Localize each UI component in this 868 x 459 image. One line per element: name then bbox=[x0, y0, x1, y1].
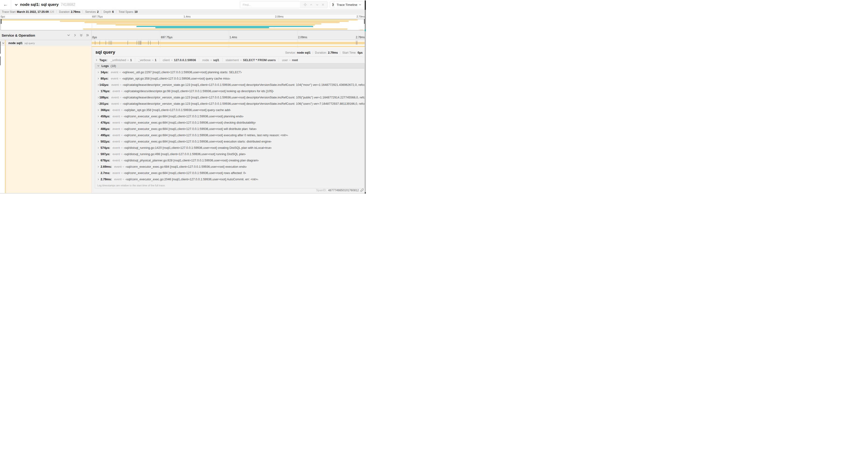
tag-value: sql1 bbox=[213, 58, 219, 62]
equals-sign: = bbox=[289, 58, 291, 62]
log-row[interactable]: 80μs:event=‹sql/plan_opt.go:358 [nsql1,c… bbox=[95, 75, 364, 81]
span-row-timeline-cell[interactable] bbox=[91, 40, 366, 46]
log-field-key: event bbox=[113, 114, 120, 118]
divider bbox=[159, 58, 160, 62]
logs-count: (18) bbox=[111, 64, 116, 68]
trace-collapse-toggle[interactable] bbox=[14, 3, 18, 6]
logs-header[interactable]: Logs (18) bbox=[95, 63, 364, 69]
chevron-right-icon bbox=[97, 166, 99, 168]
chevron-right-icon bbox=[97, 159, 99, 162]
log-row[interactable]: 476μs:event=‹sql/conn_executor_exec.go:6… bbox=[95, 120, 364, 126]
log-field-value: ‹sql/conn_executor_exec.go:684 [nsql1,cl… bbox=[124, 121, 256, 124]
range-scrubber-left-handle[interactable] bbox=[1, 19, 2, 24]
scroll-to-match-icon[interactable] bbox=[304, 3, 307, 6]
log-row[interactable]: 366μs:event=‹sql/plan_opt.go:358 [nsql1,… bbox=[95, 107, 364, 113]
divider bbox=[135, 58, 135, 62]
log-row[interactable]: 597μs:event=‹sql/distsql_running.go:498 … bbox=[95, 151, 364, 157]
deep-link-icon[interactable] bbox=[360, 189, 364, 192]
log-field-value: ‹sql/catalog/lease/descriptor_version_st… bbox=[123, 102, 366, 105]
timeline-tick-label: 2.79ms bbox=[356, 15, 365, 18]
log-row[interactable]: 495μs:event=‹sql/conn_executor_exec.go:6… bbox=[95, 132, 364, 138]
service-label: Service: bbox=[285, 51, 296, 54]
divider bbox=[279, 58, 279, 62]
collapse-all-icon[interactable] bbox=[80, 34, 83, 37]
chevron-right-icon bbox=[97, 84, 99, 86]
log-marker bbox=[357, 41, 357, 45]
chevron-right-icon bbox=[97, 166, 100, 168]
log-row[interactable]: 2.7ms:event=‹sql/conn_executor_exec.go:6… bbox=[95, 170, 364, 176]
range-scrubber-right-handle[interactable] bbox=[364, 19, 365, 24]
log-row[interactable]: 2.79ms:event=‹sql/conn_executor_exec.go:… bbox=[95, 176, 364, 183]
log-field-key: event bbox=[113, 152, 120, 156]
next-match-icon[interactable] bbox=[316, 3, 319, 6]
tag-value: 1 bbox=[155, 58, 156, 62]
equals-sign: = bbox=[119, 77, 121, 80]
view-selector-button[interactable]: Trace Timeline bbox=[334, 1, 364, 8]
log-row[interactable]: 189μs:event=‹sql/catalog/lease/descripto… bbox=[95, 94, 364, 101]
log-row[interactable]: 459μs:event=‹sql/conn_executor_exec.go:6… bbox=[95, 113, 364, 120]
chevron-right-icon bbox=[97, 140, 99, 143]
service-operation-title: Service & Operation bbox=[2, 33, 35, 37]
log-marker bbox=[365, 41, 366, 45]
minimap-span-bar bbox=[97, 23, 321, 25]
chevron-down-icon bbox=[14, 3, 18, 6]
tag-item: client=127.0.0.1:59936 bbox=[163, 58, 196, 62]
timeline-tick-label: 1.4ms bbox=[229, 36, 237, 39]
log-marker bbox=[141, 41, 141, 45]
prev-match-icon[interactable] bbox=[310, 3, 313, 6]
expand-all-icon[interactable] bbox=[86, 34, 89, 37]
summary-label: Total Spans bbox=[119, 10, 133, 13]
page-bottom-edge bbox=[0, 193, 366, 194]
chevron-down-icon[interactable] bbox=[2, 42, 5, 44]
minimap-span-bar bbox=[360, 30, 363, 30]
collapse-one-icon[interactable] bbox=[67, 34, 70, 37]
summary-label: Trace Start bbox=[2, 10, 16, 13]
chevron-right-icon bbox=[97, 115, 100, 118]
log-row[interactable]: 574μs:event=‹sql/distsql_running.go:1420… bbox=[95, 144, 364, 151]
chevron-right-icon bbox=[97, 134, 100, 136]
summary-label: Duration bbox=[59, 10, 69, 13]
log-row[interactable]: 34μs:event=‹sql/exec_util.go:2297 [nsql1… bbox=[95, 69, 364, 75]
log-field-value: ‹sql/conn_executor_exec.go:2046 [nsql1,c… bbox=[126, 177, 258, 181]
equals-sign: = bbox=[121, 127, 123, 131]
start-time-label: Start Time: bbox=[342, 51, 356, 54]
summary-value-suffix: .326 bbox=[49, 10, 54, 13]
logs-list: 34μs:event=‹sql/exec_util.go:2297 [nsql1… bbox=[95, 69, 364, 183]
log-marker bbox=[95, 41, 95, 45]
log-row[interactable]: 2.69ms:event=‹sql/conn_executor_exec.go:… bbox=[95, 163, 364, 170]
summary-value: March 31 2022, 17:25:09 bbox=[17, 10, 49, 13]
log-row[interactable]: 678μs:event=‹sql/distsql_physical_planne… bbox=[95, 157, 364, 163]
tag-value: 127.0.0.1:59936 bbox=[174, 58, 196, 62]
divider bbox=[313, 51, 313, 54]
equals-sign: = bbox=[123, 165, 124, 168]
equals-sign: = bbox=[121, 114, 123, 118]
span-row[interactable]: node sql1 sql query bbox=[0, 40, 366, 46]
log-row[interactable]: 201μs:event=‹sql/catalog/lease/descripto… bbox=[95, 101, 364, 107]
timeline-tick-label: 2.09ms bbox=[275, 15, 283, 18]
equals-sign: = bbox=[119, 70, 121, 74]
detail-meta: Service: node sql1 Duration: 2.79ms Star… bbox=[285, 51, 363, 54]
divider bbox=[222, 58, 223, 62]
log-row[interactable]: 176μs:event=‹sql/catalog/descs/descripto… bbox=[95, 88, 364, 94]
span-duration-bar bbox=[92, 42, 366, 44]
span-row-name-cell[interactable]: node sql1 sql query bbox=[0, 40, 91, 46]
clear-search-icon[interactable] bbox=[321, 3, 324, 6]
trace-summary-bar: Trace StartMarch 31 2022, 17:25:09.326Du… bbox=[0, 9, 366, 14]
minimap-span-bar bbox=[155, 27, 269, 28]
tags-toggle-row[interactable]: Tags: _unfinished=1_verbose=1client=127.… bbox=[95, 58, 363, 62]
minimap-canvas[interactable] bbox=[0, 19, 365, 30]
log-row[interactable]: 142μs:event=‹sql/catalog/lease/descripto… bbox=[95, 81, 364, 88]
log-field-value: ‹sql/conn_executor_exec.go:684 [nsql1,cl… bbox=[124, 127, 257, 131]
detail-span-bar bbox=[92, 46, 366, 47]
find-input[interactable] bbox=[240, 1, 300, 8]
service-color-bar bbox=[5, 46, 6, 194]
log-row[interactable]: 486μs:event=‹sql/conn_executor_exec.go:6… bbox=[95, 126, 364, 132]
back-button[interactable]: ← bbox=[0, 0, 11, 9]
expand-one-icon[interactable] bbox=[73, 34, 76, 37]
tag-item: user=root bbox=[282, 58, 298, 62]
chevron-right-icon bbox=[97, 147, 100, 149]
equals-sign: = bbox=[121, 159, 123, 162]
log-row[interactable]: 502μs:event=‹sql/conn_executor_exec.go:6… bbox=[95, 138, 364, 144]
timeline-tick-label: 1.4ms bbox=[184, 15, 191, 18]
equals-sign: = bbox=[120, 102, 122, 105]
